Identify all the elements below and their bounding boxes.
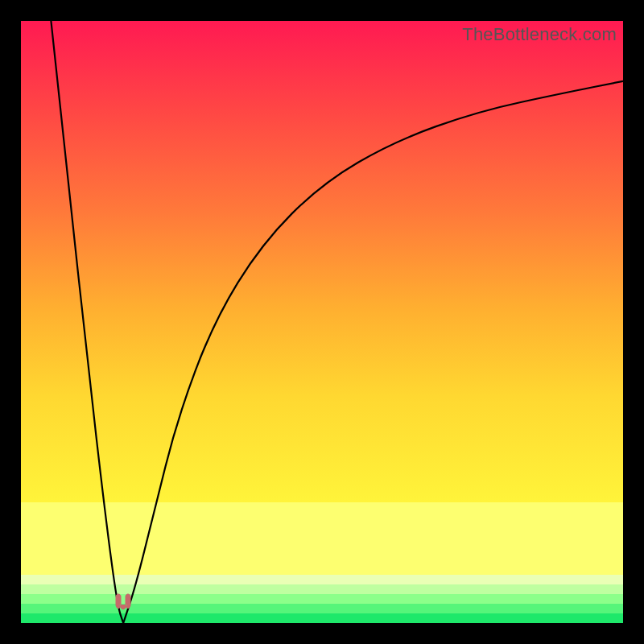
plot-area: TheBottleneck.com: [21, 21, 623, 623]
curve-right-branch: [123, 81, 623, 623]
bottleneck-curve: [21, 21, 623, 623]
chart-frame: TheBottleneck.com: [0, 0, 644, 644]
attribution-text: TheBottleneck.com: [462, 24, 617, 45]
curve-left-branch: [51, 21, 123, 623]
minimum-marker-icon: [111, 593, 135, 614]
